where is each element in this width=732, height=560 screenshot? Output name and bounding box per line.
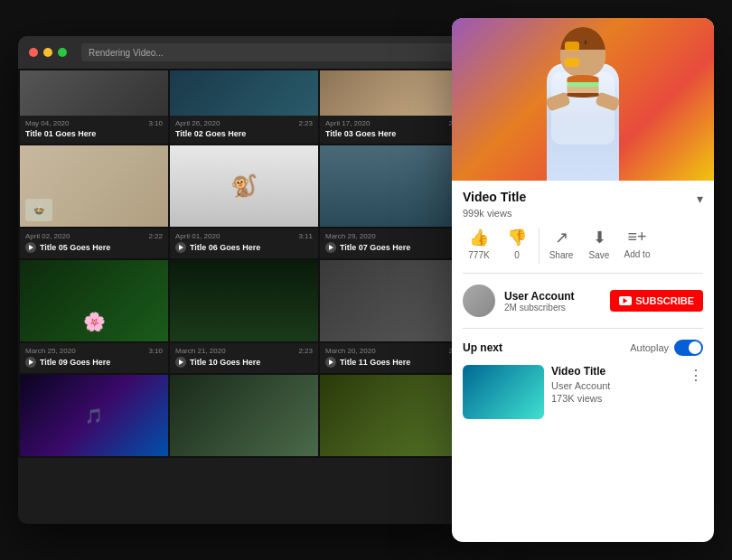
video-date: March 21, 2020	[175, 347, 226, 355]
addto-button[interactable]: ≡+ Add to	[621, 228, 653, 264]
video-date: May 04, 2020	[25, 119, 69, 127]
thumbs-down-icon: 👎	[507, 228, 527, 247]
video-card-4-3[interactable]	[320, 260, 468, 341]
video-card-6-3[interactable]	[320, 375, 468, 456]
video-title: Title 11 Goes Here	[325, 357, 463, 368]
browser-bar: Rendering Video...	[18, 36, 470, 69]
scene: Rendering Video... May 04, 2020 3:10 Tit…	[0, 0, 732, 560]
like-count: 777K	[468, 250, 489, 260]
next-video-title: Video Title	[551, 365, 681, 378]
video-card-2-2[interactable]: 🐒	[170, 145, 318, 227]
video-card-t1[interactable]: May 04, 2020 3:10 Title 01 Goes Here	[20, 70, 168, 144]
channel-avatar	[463, 285, 495, 317]
dislike-button[interactable]: 👎 0	[501, 228, 533, 264]
video-card-3-3[interactable]: March 29, 2020 2: Title 07 Goes Here	[320, 229, 468, 258]
video-title: Title 10 Goes Here	[175, 357, 313, 368]
video-duration: 2:22	[148, 232, 163, 240]
video-date: March 20, 2020	[325, 347, 376, 355]
addto-label: Add to	[624, 249, 651, 259]
video-duration: 2:23	[298, 347, 313, 355]
video-date: April 17, 2020	[325, 119, 370, 127]
autoplay-label: Autoplay	[630, 342, 669, 353]
video-title: Title 09 Goes Here	[25, 357, 163, 368]
subscribe-label: SUBSCRIBE	[635, 295, 694, 306]
video-card-6-2[interactable]	[170, 375, 318, 456]
more-options-icon[interactable]: ⋮	[689, 367, 703, 384]
actions-divider	[539, 228, 540, 264]
video-duration: 3:10	[148, 119, 163, 127]
video-title: Title 06 Goes Here	[175, 242, 313, 253]
video-date: April 01, 2020	[175, 232, 220, 240]
youtube-logo-icon	[619, 296, 632, 305]
maximize-dot[interactable]	[58, 48, 67, 57]
hero-image	[452, 18, 714, 181]
browser-content: May 04, 2020 3:10 Title 01 Goes Here Apr…	[18, 69, 470, 524]
browser-window: Rendering Video... May 04, 2020 3:10 Tit…	[18, 36, 470, 524]
next-video-thumbnail	[463, 365, 544, 419]
addto-icon: ≡+	[627, 228, 646, 247]
save-button[interactable]: ⬇ Save	[583, 228, 615, 264]
close-dot[interactable]	[29, 48, 38, 57]
video-title: Title 03 Goes Here	[325, 129, 463, 138]
channel-info: User Account 2M subscribers	[504, 290, 601, 313]
save-icon: ⬇	[593, 228, 606, 247]
next-video-channel: User Account	[551, 380, 681, 391]
subscribe-button[interactable]: SUBSCRIBE	[610, 290, 703, 312]
video-date: March 25, 2020	[25, 347, 76, 355]
video-title: Title 07 Goes Here	[325, 242, 463, 253]
share-button[interactable]: ↗ Share	[545, 228, 577, 264]
video-card-3-1[interactable]: April 02, 2020 2:22 Title 05 Goes Here	[20, 229, 168, 258]
next-video-card[interactable]: Video Title User Account 173K views ⋮	[463, 365, 703, 419]
yt-body: Video Title ▾ 999k views 👍 777K 👎 0 ↗ Sh…	[452, 181, 714, 542]
video-card-2-3[interactable]	[320, 145, 468, 227]
autoplay-row: Autoplay	[630, 340, 703, 356]
youtube-panel: Video Title ▾ 999k views 👍 777K 👎 0 ↗ Sh…	[452, 18, 714, 542]
channel-name[interactable]: User Account	[504, 290, 601, 303]
video-title: Title 02 Goes Here	[175, 129, 313, 138]
video-duration: 3:10	[148, 347, 163, 355]
video-card-3-2[interactable]: April 01, 2020 3:11 Title 06 Goes Here	[170, 229, 318, 258]
video-card-t3[interactable]: April 17, 2020 2:23 Title 03 Goes Here	[320, 70, 468, 144]
share-icon: ↗	[555, 228, 568, 247]
video-date: April 26, 2020	[175, 119, 220, 127]
video-title: Title 01 Goes Here	[25, 129, 163, 138]
yt-channel-row: User Account 2M subscribers SUBSCRIBE	[463, 285, 703, 329]
subscriber-count: 2M subscribers	[504, 303, 601, 313]
dislike-count: 0	[514, 250, 520, 260]
minimize-dot[interactable]	[43, 48, 52, 57]
video-card-4-2[interactable]	[170, 260, 318, 341]
video-date: March 29, 2020	[325, 232, 376, 240]
video-card-6-1[interactable]: 🎵	[20, 375, 168, 456]
video-card-t2[interactable]: April 26, 2020 2:23 Title 02 Goes Here	[170, 70, 318, 144]
address-bar: Rendering Video...	[81, 43, 459, 61]
yt-video-title: Video Title	[463, 190, 526, 204]
like-button[interactable]: 👍 777K	[463, 228, 495, 264]
video-title: Title 05 Goes Here	[25, 242, 163, 253]
yt-views: 999k views	[463, 208, 703, 219]
video-grid: May 04, 2020 3:10 Title 01 Goes Here Apr…	[18, 69, 470, 458]
yt-hero	[452, 18, 714, 181]
next-thumb-image	[463, 365, 544, 419]
up-next-label: Up next	[463, 341, 502, 354]
thumbs-up-icon: 👍	[469, 228, 489, 247]
address-text: Rendering Video...	[89, 48, 164, 58]
autoplay-toggle[interactable]	[674, 340, 703, 356]
up-next-row: Up next Autoplay	[463, 340, 703, 356]
video-card-5-2[interactable]: March 21, 2020 2:23 Title 10 Goes Here	[170, 343, 318, 373]
video-duration: 2:23	[298, 119, 313, 127]
yt-title-row: Video Title ▾	[463, 190, 703, 206]
video-card-5-1[interactable]: March 25, 2020 3:10 Title 09 Goes Here	[20, 343, 168, 373]
video-card-4-1[interactable]: 🌸	[20, 260, 168, 341]
video-card-2-1[interactable]: 🍲	[20, 145, 168, 227]
chevron-down-icon[interactable]: ▾	[697, 191, 703, 206]
share-label: Share	[549, 250, 574, 260]
video-duration: 3:11	[298, 232, 313, 240]
save-label: Save	[589, 250, 610, 260]
video-date: April 02, 2020	[25, 232, 70, 240]
yt-actions: 👍 777K 👎 0 ↗ Share ⬇ Save ≡+	[463, 228, 703, 274]
video-card-5-3[interactable]: March 20, 2020 2:23 Title 11 Goes Here	[320, 343, 468, 373]
next-video-views: 173K views	[551, 393, 681, 404]
next-video-info: Video Title User Account 173K views	[551, 365, 681, 419]
